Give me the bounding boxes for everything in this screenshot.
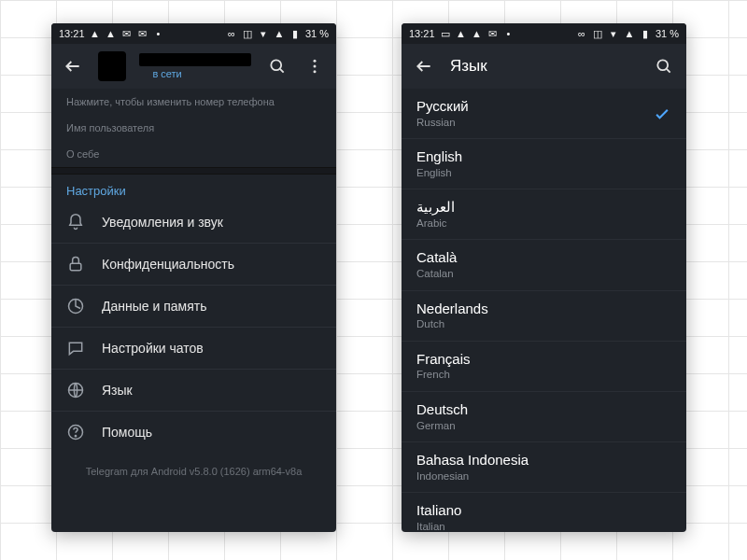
language-subtitle: Italian — [416, 520, 671, 532]
app-bar: в сети — [51, 44, 336, 89]
vibrate-icon: ◫ — [242, 28, 253, 39]
check-icon — [653, 105, 671, 123]
language-name: Català — [416, 249, 671, 267]
language-row[interactable]: FrançaisFrench — [402, 342, 686, 392]
profile-name-redacted — [139, 53, 251, 66]
setting-row-chats[interactable]: Настройки чатов — [51, 328, 336, 370]
language-row[interactable]: العربيةArabic — [402, 189, 686, 240]
language-list[interactable]: РусскийRussianEnglishEnglishالعربيةArabi… — [402, 89, 686, 532]
vibrate-icon: ◫ — [592, 28, 603, 39]
language-subtitle: French — [416, 368, 671, 381]
username-caption: Имя пользователя — [66, 122, 321, 133]
warning-icon: ▲ — [456, 28, 467, 39]
status-bar: 13:21 ▭ ▲ ▲ ✉ • ∞ ◫ ▾ ▲ ▮ 31 % — [402, 23, 686, 44]
data-icon — [66, 297, 85, 315]
signal-icon: ▲ — [274, 28, 285, 39]
language-subtitle: Catalan — [416, 267, 671, 280]
setting-label: Язык — [102, 383, 133, 398]
section-divider — [51, 167, 336, 175]
username-row[interactable]: Имя пользователя — [51, 115, 336, 141]
warning-icon: ▲ — [90, 28, 101, 39]
phone-caption: Нажмите, чтобы изменить номер телефона — [66, 96, 321, 107]
language-subtitle: English — [416, 166, 671, 179]
settings-section-title: Настройки — [51, 175, 336, 202]
setting-row-privacy[interactable]: Конфиденциальность — [51, 244, 336, 286]
dot-icon: • — [153, 28, 164, 39]
language-name: Nederlands — [416, 301, 671, 318]
language-row[interactable]: РусскийRussian — [402, 89, 686, 139]
language-subtitle: Russian — [416, 116, 653, 129]
svg-point-0 — [271, 60, 281, 70]
setting-label: Настройки чатов — [102, 341, 204, 356]
screenshot-icon: ▭ — [440, 28, 451, 39]
search-button[interactable] — [264, 53, 289, 79]
status-battery: 31 % — [655, 28, 679, 39]
language-name: Deutsch — [416, 401, 671, 419]
bio-row[interactable]: О себе — [51, 141, 336, 167]
mail-icon: ✉ — [487, 28, 499, 39]
language-name: Italiano — [416, 502, 671, 520]
language-row[interactable]: Bahasa IndonesiaIndonesian — [402, 442, 686, 493]
phone-number-row[interactable]: Нажмите, чтобы изменить номер телефона — [51, 89, 336, 115]
language-row[interactable]: NederlandsDutch — [402, 291, 686, 342]
dot-icon: • — [503, 28, 514, 39]
svg-point-8 — [75, 436, 76, 437]
language-row[interactable]: EnglishEnglish — [402, 139, 686, 189]
language-row[interactable]: DeutschGerman — [402, 392, 686, 442]
signal-icon: ▲ — [624, 28, 635, 39]
notifications-icon — [66, 213, 85, 231]
svg-point-3 — [313, 70, 316, 73]
profile-status: в сети — [139, 68, 251, 79]
setting-row-data[interactable]: Данные и память — [51, 286, 336, 328]
setting-label: Конфиденциальность — [102, 257, 234, 272]
setting-row-notifications[interactable]: Уведомления и звук — [51, 202, 336, 244]
status-time: 13:21 — [409, 28, 435, 39]
app-bar: Язык — [402, 44, 686, 89]
language-subtitle: German — [416, 419, 671, 432]
setting-row-language[interactable]: Язык — [51, 370, 336, 412]
status-time: 13:21 — [59, 28, 85, 39]
mail-icon: ✉ — [137, 28, 148, 39]
phone-settings: 13:21 ▲ ▲ ✉ ✉ • ∞ ◫ ▾ ▲ ▮ 31 % — [51, 23, 336, 532]
status-battery: 31 % — [305, 28, 329, 39]
mail-icon: ✉ — [121, 28, 133, 39]
vpn-icon: ∞ — [576, 28, 587, 39]
setting-label: Данные и память — [102, 299, 206, 314]
setting-label: Помощь — [102, 425, 152, 440]
svg-point-1 — [313, 60, 316, 63]
language-name: العربية — [416, 199, 671, 217]
setting-row-help[interactable]: Помощь — [51, 412, 336, 453]
warning-icon: ▲ — [106, 28, 117, 39]
bio-caption: О себе — [66, 148, 321, 160]
language-name: Русский — [416, 98, 653, 116]
language-icon — [66, 381, 85, 399]
phone-language: 13:21 ▭ ▲ ▲ ✉ • ∞ ◫ ▾ ▲ ▮ 31 % Язык — [402, 23, 686, 532]
language-subtitle: Arabic — [416, 217, 671, 230]
battery-icon: ▮ — [640, 28, 651, 39]
language-row[interactable]: ItalianoItalian — [402, 493, 686, 532]
wifi-icon: ▾ — [608, 28, 619, 39]
back-button[interactable] — [61, 53, 85, 79]
more-button[interactable] — [303, 53, 327, 79]
battery-icon: ▮ — [289, 28, 301, 39]
language-subtitle: Dutch — [416, 317, 671, 330]
avatar-redacted — [98, 51, 126, 81]
wifi-icon: ▾ — [258, 28, 269, 39]
svg-point-9 — [657, 60, 668, 70]
chats-icon — [66, 339, 85, 357]
version-footer: Telegram для Android v5.8.0 (1626) arm64… — [51, 453, 336, 490]
warning-icon: ▲ — [472, 28, 483, 39]
privacy-icon — [66, 255, 85, 273]
language-row[interactable]: CatalàCatalan — [402, 240, 686, 290]
language-name: Bahasa Indonesia — [416, 452, 671, 469]
setting-label: Уведомления и звук — [102, 215, 223, 230]
language-name: Français — [416, 351, 671, 369]
svg-rect-4 — [70, 263, 81, 271]
language-subtitle: Indonesian — [416, 469, 671, 483]
svg-point-2 — [313, 65, 316, 68]
vpn-icon: ∞ — [226, 28, 237, 39]
back-button[interactable] — [411, 53, 437, 79]
search-button[interactable] — [651, 53, 677, 79]
status-bar: 13:21 ▲ ▲ ✉ ✉ • ∞ ◫ ▾ ▲ ▮ 31 % — [51, 23, 336, 44]
language-name: English — [416, 148, 671, 166]
